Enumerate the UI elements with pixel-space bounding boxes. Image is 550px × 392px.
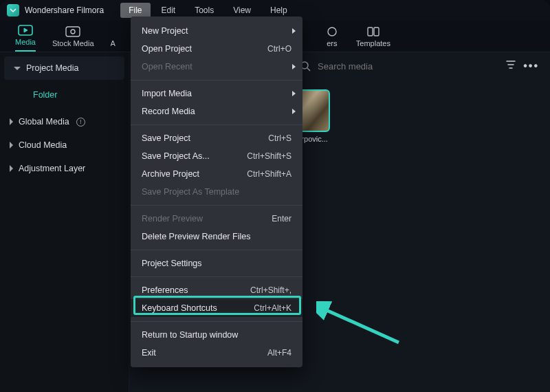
sidebar-item-adjustment-layer[interactable]: Adjustment Layer [0,157,129,180]
tab-audio[interactable]: A [111,39,116,52]
search-input[interactable] [318,61,498,72]
svg-line-8 [307,68,310,71]
menu-tools[interactable]: Tools [186,3,222,18]
menu-separator [131,124,302,125]
menu-item-save-project-as-template: Save Project As Template [131,183,302,201]
menu-separator [131,276,302,277]
tab-label: Stock Media [52,39,94,47]
chevron-right-icon [10,118,13,125]
sidebar-item-cloud-media[interactable]: Cloud Media [0,133,129,157]
info-icon[interactable]: ! [76,118,85,127]
menu-item-label: Keyboard Shortcuts [142,303,217,313]
menu-item-import-media[interactable]: Import Media [131,85,302,102]
menu-item-label: Preferences [142,285,188,295]
app-logo-icon [7,4,19,17]
menu-item-preferences[interactable]: PreferencesCtrl+Shift+, [131,281,302,299]
menu-item-render-preview: Render PreviewEnter [131,210,302,228]
menu-item-label: Save Project [142,133,190,143]
sidebar-label: Project Media [26,63,78,73]
tab-label: Media [15,38,36,46]
menu-edit[interactable]: Edit [153,3,184,18]
sidebar-label: Cloud Media [19,140,67,150]
menu-item-label: Save Project As Template [142,187,239,197]
chevron-right-icon [10,165,13,172]
more-icon[interactable]: ••• [523,60,539,72]
menu-item-label: Exit [142,348,156,358]
svg-point-4 [328,28,336,36]
svg-marker-1 [24,28,28,32]
menu-item-shortcut: Ctrl+Alt+K [254,303,292,313]
sidebar-label: Global Media [19,117,69,127]
tab-label: A [111,39,116,47]
menu-item-shortcut: Enter [272,214,292,224]
sidebar-label: Adjustment Layer [19,164,85,173]
menu-file[interactable]: File [120,3,150,18]
sidebar-label: Folder [33,90,57,100]
menu-item-label: Delete Preview Render Files [142,232,250,241]
menu-item-label: Archive Project [142,169,199,179]
menu-item-new-project[interactable]: New Project [131,22,302,40]
menu-item-save-project[interactable]: Save ProjectCtrl+S [131,129,302,147]
menu-separator [131,80,302,80]
svg-rect-6 [374,28,379,36]
menu-view[interactable]: View [225,3,259,18]
sidebar: Project Media Folder Global Media ! Clou… [0,52,129,392]
menu-separator [131,250,302,250]
tab-label: ers [327,39,337,47]
tab-stock-media[interactable]: Stock Media [52,25,94,52]
tab-label: Templates [356,39,390,47]
tab-media[interactable]: Media [15,24,36,52]
menu-separator [131,205,302,206]
media-icon [18,24,33,36]
menu-item-open-project[interactable]: Open ProjectCtrl+O [131,40,302,58]
svg-point-3 [71,30,75,34]
menu-item-label: Import Media [142,89,192,98]
filter-icon[interactable] [505,59,516,73]
menu-item-label: Return to Startup window [142,330,238,340]
menu-item-label: Save Project As... [142,151,210,161]
menu-item-shortcut: Ctrl+Shift+A [247,169,292,179]
menu-separator [131,321,302,322]
menu-item-shortcut: Ctrl+Shift+, [250,285,292,295]
tab-stickers[interactable]: ers [324,25,340,52]
stickers-icon [324,25,340,38]
chevron-right-icon [10,142,13,149]
submenu-arrow-icon [292,109,296,114]
menu-item-label: Open Recent [142,62,192,72]
menu-item-shortcut: Alt+F4 [267,348,292,358]
menu-bar: File Edit Tools View Help [120,3,296,18]
sidebar-item-project-media[interactable]: Project Media [4,56,124,80]
menu-item-label: New Project [142,26,188,36]
chevron-down-icon [14,67,21,70]
sidebar-item-folder[interactable]: Folder [0,80,129,110]
submenu-arrow-icon [292,91,296,96]
submenu-arrow-icon [292,28,296,34]
menu-item-label: Open Project [142,44,192,54]
stock-media-icon [65,25,80,38]
menu-item-save-project-as[interactable]: Save Project As...Ctrl+Shift+S [131,147,302,165]
menu-item-label: Record Media [142,107,195,116]
menu-item-label: Project Settings [142,259,202,268]
svg-rect-2 [66,27,80,36]
menu-item-open-recent: Open Recent [131,58,302,76]
menu-item-delete-preview-render-files[interactable]: Delete Preview Render Files [131,228,302,246]
svg-rect-5 [368,28,373,36]
menu-item-archive-project[interactable]: Archive ProjectCtrl+Shift+A [131,165,302,183]
sidebar-item-global-media[interactable]: Global Media ! [0,110,129,133]
menu-item-exit[interactable]: ExitAlt+F4 [131,344,302,362]
menu-item-keyboard-shortcuts[interactable]: Keyboard ShortcutsCtrl+Alt+K [131,299,302,317]
menu-help[interactable]: Help [262,3,296,18]
menu-item-record-media[interactable]: Record Media [131,102,302,120]
file-menu-dropdown: New ProjectOpen ProjectCtrl+OOpen Recent… [131,17,302,367]
menu-item-return-to-startup-window[interactable]: Return to Startup window [131,326,302,344]
tab-templates[interactable]: Templates [356,25,390,52]
templates-icon [366,25,381,38]
menu-item-label: Render Preview [142,214,203,224]
submenu-arrow-icon [292,64,296,69]
menu-item-project-settings[interactable]: Project Settings [131,254,302,272]
menu-item-shortcut: Ctrl+Shift+S [247,151,292,161]
menu-item-shortcut: Ctrl+S [268,133,292,143]
menu-item-shortcut: Ctrl+O [267,44,292,54]
app-title: Wondershare Filmora [25,6,104,15]
